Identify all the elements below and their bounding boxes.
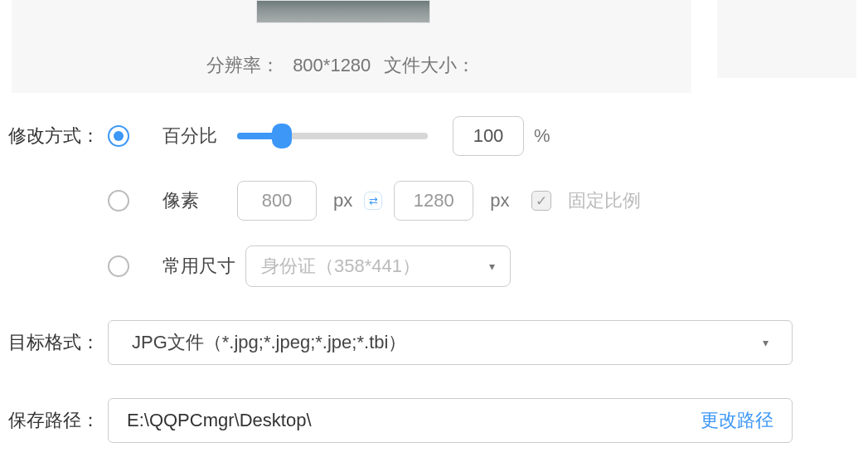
pixel-mode-label: 像素 <box>162 188 237 213</box>
common-mode-label: 常用尺寸 <box>162 254 245 279</box>
percent-slider-group: % <box>237 116 550 156</box>
row-target-format: 目标格式： JPG文件（*.jpg;*.jpeg;*.jpe;*.tbi） ▾ <box>8 320 860 365</box>
resolution-label: 分辨率： <box>206 55 279 75</box>
slider-thumb[interactable] <box>272 124 292 148</box>
radio-percent[interactable] <box>108 125 129 147</box>
percent-mode-label: 百分比 <box>162 124 237 148</box>
change-path-link[interactable]: 更改路径 <box>701 408 773 433</box>
height-input[interactable] <box>394 181 473 221</box>
row-common-size: 常用尺寸 身份证（358*441） ▾ <box>8 245 860 287</box>
common-size-select[interactable]: 身份证（358*441） ▾ <box>245 245 511 287</box>
width-unit: px <box>333 190 352 211</box>
target-format-label: 目标格式： <box>8 330 108 355</box>
row-save-path: 保存路径： E:\QQPCmgr\Desktop\ 更改路径 <box>8 398 860 443</box>
target-format-value: JPG文件（*.jpg;*.jpeg;*.jpe;*.tbi） <box>132 330 406 355</box>
caret-down-icon: ▾ <box>489 260 495 273</box>
image-meta-line: 分辨率： 800*1280 文件大小： <box>12 53 691 78</box>
width-input[interactable] <box>237 181 317 221</box>
caret-down-icon: ▾ <box>763 336 769 349</box>
radio-pixel[interactable] <box>108 190 129 211</box>
row-percent: 修改方式： 百分比 % <box>8 116 860 156</box>
side-panel-placeholder <box>717 0 856 78</box>
height-unit: px <box>490 190 509 211</box>
save-path-label: 保存路径： <box>8 408 108 433</box>
percent-input[interactable] <box>453 116 524 156</box>
lock-ratio-label: 固定比例 <box>568 188 641 213</box>
percent-slider[interactable] <box>237 133 428 139</box>
common-size-placeholder: 身份证（358*441） <box>261 254 420 279</box>
lock-ratio-checkbox[interactable]: ✓ <box>531 191 551 211</box>
row-pixel: 像素 px ⇄ px ✓ 固定比例 <box>8 181 860 221</box>
radio-common[interactable] <box>108 255 129 277</box>
save-path-box: E:\QQPCmgr\Desktop\ 更改路径 <box>108 398 793 443</box>
image-thumbnail <box>256 0 430 23</box>
percent-unit: % <box>534 125 550 147</box>
resize-form: 修改方式： 百分比 % 像素 px ⇄ px ✓ 固定比例 常用尺寸 <box>8 116 860 443</box>
pixel-inputs: px ⇄ px ✓ 固定比例 <box>237 181 641 221</box>
filesize-label: 文件大小： <box>384 55 475 75</box>
resolution-value: 800*1280 <box>293 55 371 75</box>
link-icon[interactable]: ⇄ <box>364 192 382 210</box>
image-preview-panel: 分辨率： 800*1280 文件大小： <box>12 0 691 93</box>
modify-label: 修改方式： <box>8 124 108 148</box>
save-path-value: E:\QQPCmgr\Desktop\ <box>127 410 312 431</box>
target-format-select[interactable]: JPG文件（*.jpg;*.jpeg;*.jpe;*.tbi） ▾ <box>108 320 793 365</box>
